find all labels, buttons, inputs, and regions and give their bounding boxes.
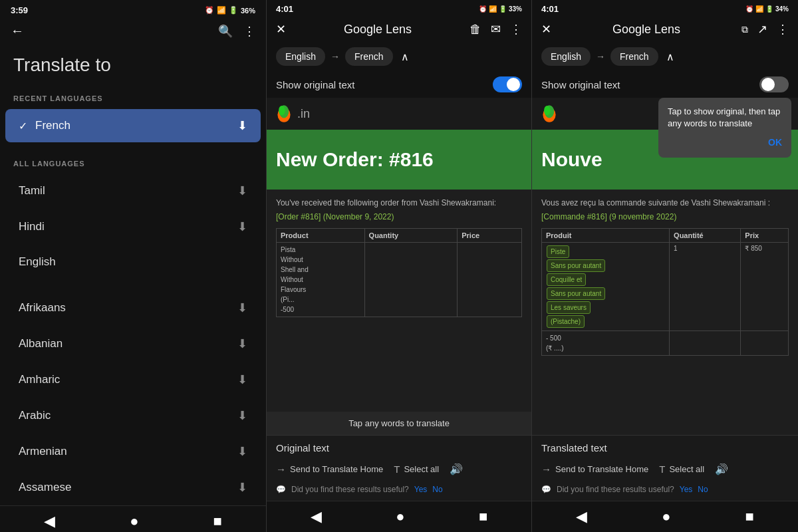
- download-icon-french[interactable]: ⬇: [237, 118, 247, 133]
- table-header-prix-right: Prix: [741, 228, 789, 242]
- search-icon[interactable]: 🔍: [218, 24, 233, 39]
- pill-sans2: Sans pour autant: [547, 287, 605, 300]
- speaker-btn-right[interactable]: 🔊: [715, 459, 728, 479]
- language-item-armenian[interactable]: Armenian ⬇: [5, 435, 261, 468]
- language-item-french-recent[interactable]: ✓ French ⬇: [5, 109, 261, 142]
- target-lang-pill-right[interactable]: French: [610, 47, 658, 66]
- more-icon[interactable]: ⋮: [243, 24, 255, 39]
- speaker-btn-mid[interactable]: 🔊: [450, 459, 463, 479]
- language-name-tamil: Tamil: [19, 184, 45, 198]
- language-name-english: English: [19, 255, 56, 269]
- language-item-hindi[interactable]: Hindi ⬇: [5, 210, 261, 243]
- alarm-icon-right: ⏰: [745, 5, 753, 13]
- more-icon-right[interactable]: ⋮: [777, 22, 789, 37]
- nav-home-left[interactable]: ●: [130, 513, 138, 530]
- bottom-actions-right: → Send to Translate Home T Select all 🔊: [541, 459, 789, 479]
- table-row-mid-1: PistaWithoutShell andWithoutFlavours(Pi.…: [277, 242, 522, 317]
- close-button-right[interactable]: ✕: [541, 22, 551, 37]
- order-table-mid: Product Quantity Price PistaWithoutShell…: [276, 228, 522, 317]
- more-icon-mid[interactable]: ⋮: [510, 22, 522, 37]
- arrow-right-icon-mid: →: [276, 464, 286, 475]
- nav-home-right[interactable]: ●: [662, 508, 670, 525]
- tooltip-ok-button[interactable]: OK: [668, 136, 782, 150]
- text-icon-mid: T: [394, 464, 400, 475]
- target-lang-pill-mid[interactable]: French: [345, 47, 393, 66]
- back-button[interactable]: ←: [11, 23, 24, 39]
- amharic-left: Amharic: [19, 373, 60, 386]
- lens-toolbar-icons-right: ⧉ ↗ ⋮: [741, 22, 789, 37]
- no-btn-mid[interactable]: No: [432, 485, 442, 494]
- toggle-show-original-mid[interactable]: [493, 76, 522, 92]
- nav-back-right[interactable]: ◀: [576, 508, 587, 525]
- nav-square-mid[interactable]: ■: [479, 508, 487, 525]
- translation-overlay-right[interactable]: Vous avez reçu la commande suivante de V…: [532, 190, 798, 435]
- yes-btn-mid[interactable]: Yes: [414, 485, 428, 494]
- lens-toolbar-mid: ✕ Google Lens 🗑 ✉ ⋮: [267, 17, 531, 42]
- select-all-btn-mid[interactable]: T Select all: [394, 460, 439, 479]
- table-cell-produit-right: Piste Sans pour autant Coquille et Sans …: [542, 242, 670, 331]
- mail-icon-mid[interactable]: ✉: [491, 22, 501, 37]
- trash-icon-mid[interactable]: 🗑: [469, 23, 481, 37]
- no-btn-right[interactable]: No: [698, 485, 708, 494]
- nav-home-mid[interactable]: ●: [396, 508, 404, 525]
- download-icon-armenian[interactable]: ⬇: [237, 444, 247, 459]
- arrow-right: →: [596, 51, 605, 62]
- close-button-mid[interactable]: ✕: [276, 22, 286, 37]
- select-label-mid: Select all: [404, 464, 439, 474]
- download-icon-amharic[interactable]: ⬇: [237, 372, 247, 387]
- source-lang-pill-right[interactable]: English: [541, 47, 591, 66]
- yes-btn-right[interactable]: Yes: [680, 485, 693, 494]
- order-link-fr-text[interactable]: [Commande #816] (9 novembre 2022): [541, 212, 676, 221]
- table-header-product-mid: Product: [277, 228, 365, 242]
- status-time-mid: 4:01: [276, 4, 293, 14]
- language-name-afrikaans: Afrikaans: [19, 301, 66, 315]
- language-item-afrikaans[interactable]: Afrikaans ⬇: [5, 291, 261, 325]
- language-name-albanian: Albanian: [19, 337, 63, 350]
- send-translate-home-btn-right[interactable]: → Send to Translate Home: [541, 460, 648, 479]
- green-banner-text-right: Nouve: [541, 148, 602, 171]
- download-icon-albanian[interactable]: ⬇: [237, 336, 247, 351]
- select-all-btn-right[interactable]: T Select all: [659, 460, 704, 479]
- lens-title-right: Google Lens: [612, 23, 680, 37]
- pill-sans1: Sans pour autant: [547, 259, 605, 272]
- source-lang-pill-mid[interactable]: English: [276, 47, 325, 66]
- status-time-left: 3:59: [11, 5, 28, 15]
- order-link-mid: [Order #816] (November 9, 2022): [276, 211, 522, 223]
- chevron-up-right[interactable]: ∧: [666, 51, 674, 63]
- nav-back-mid[interactable]: ◀: [311, 508, 322, 525]
- table-header-quantity-mid: Quantity: [364, 228, 458, 242]
- download-icon-hindi[interactable]: ⬇: [237, 219, 247, 234]
- nav-square-right[interactable]: ■: [745, 508, 754, 525]
- nav-back-left[interactable]: ◀: [44, 513, 55, 530]
- tooltip-bubble-right: Tap to show original, then tap any words…: [658, 98, 791, 158]
- send-translate-home-btn-mid[interactable]: → Send to Translate Home: [276, 460, 383, 479]
- download-icon-arabic[interactable]: ⬇: [237, 408, 247, 423]
- share-icon-right[interactable]: ↗: [757, 22, 767, 37]
- green-banner-mid: New Order: #816: [267, 130, 531, 190]
- language-item-tamil[interactable]: Tamil ⬇: [5, 174, 261, 207]
- feedback-question-mid: Did you find these results useful?: [291, 485, 409, 494]
- product-text-mid: PistaWithoutShell andWithoutFlavours(Pi.…: [281, 245, 360, 315]
- language-item-arabic[interactable]: Arabic ⬇: [5, 399, 261, 432]
- download-icon-assamese[interactable]: ⬇: [237, 480, 247, 495]
- top-bar-left: ← 🔍 ⋮: [0, 18, 266, 44]
- battery-icon-right: 🔋: [765, 5, 773, 13]
- speaker-icon-mid: 🔊: [450, 463, 463, 475]
- download-icon-tamil[interactable]: ⬇: [237, 184, 247, 198]
- language-item-assamese[interactable]: Assamese ⬇: [5, 471, 261, 504]
- language-item-amharic[interactable]: Amharic ⬇: [5, 363, 261, 396]
- toggle-show-original-right[interactable]: [759, 76, 789, 92]
- language-name-hindi: Hindi: [19, 220, 45, 233]
- translation-overlay-mid[interactable]: You've received the following order from…: [267, 190, 531, 435]
- bottom-actions-mid: → Send to Translate Home T Select all 🔊: [276, 459, 522, 479]
- language-item-english[interactable]: English: [5, 246, 261, 278]
- download-icon-afrikaans[interactable]: ⬇: [237, 301, 247, 315]
- toast-bar-mid: Tap any words to translate: [267, 412, 531, 435]
- language-item-albanian[interactable]: Albanian ⬇: [5, 327, 261, 360]
- status-bar-mid: 4:01 ⏰ 📶 🔋 33%: [267, 0, 531, 17]
- order-link-text-mid[interactable]: [Order #816] (November 9, 2022): [276, 212, 394, 221]
- english-left: English: [19, 255, 56, 269]
- chevron-up-mid[interactable]: ∧: [401, 51, 409, 63]
- nav-square-left[interactable]: ■: [213, 513, 222, 530]
- copy-icon-right[interactable]: ⧉: [741, 24, 748, 35]
